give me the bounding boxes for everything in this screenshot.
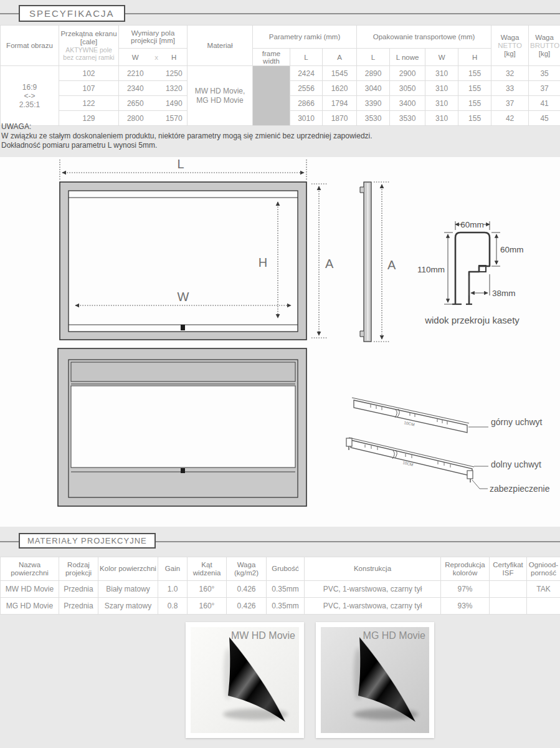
- cell-pkg-H: 155: [458, 111, 491, 126]
- cassette-cross-section-diagram: 60mm 60mm 110mm 38mm widok przekroju kas…: [417, 220, 524, 325]
- material-line1: MW HD Movie,: [189, 87, 251, 96]
- brutto-unit: [kg]: [530, 50, 559, 58]
- material-photo-mw: MW HD Movie: [191, 627, 299, 733]
- cell-netto: 33: [491, 81, 529, 96]
- brutto-label: BRUTTO: [530, 42, 559, 50]
- handle-dot: [181, 468, 185, 473]
- cell-brutto: 45: [529, 111, 560, 126]
- cell-pkg-W: 310: [425, 96, 458, 111]
- netto-label: NETTO: [493, 42, 527, 50]
- subheader-h: H: [161, 49, 187, 66]
- bracket-scale-label: 10CM: [404, 420, 415, 427]
- handle-dot: [181, 325, 185, 330]
- subheader-L: L: [290, 49, 323, 66]
- mat-cell-reproduction: 93%: [441, 598, 490, 615]
- mat-col-viewing-angle: Kąt widzenia: [187, 557, 227, 581]
- materials-header-row: Nazwa powierzchni Rodzaj projekcji Kolor…: [1, 557, 560, 581]
- mat-cell-color: Biały matowy: [98, 581, 158, 598]
- cell-pkg-L: 3040: [357, 81, 390, 96]
- sample-card-mw: MW HD Movie: [186, 622, 304, 738]
- subheader-pkg-Lnew: L nowe: [390, 49, 425, 66]
- dim-label-A2: A: [387, 258, 396, 272]
- cell-pkg-Lnew: 2900: [390, 66, 425, 81]
- mat-cell-gain: 0.8: [158, 598, 187, 615]
- page-curl-graphic: [191, 627, 299, 733]
- materials-title: MATERIAŁY PROJEKCYJNE: [19, 533, 156, 549]
- spec-table: Format obrazu Przekątna ekranu [cale] AK…: [0, 25, 560, 126]
- spec-section-header: SPECYFIKACJA: [0, 5, 560, 24]
- cross-dim-left: 110mm: [417, 265, 445, 274]
- mat-col-gain: Gain: [158, 557, 187, 581]
- note-title: UWAGA:: [1, 122, 373, 132]
- cell-A: 1794: [323, 96, 357, 111]
- cell-w: 2650: [119, 96, 152, 111]
- cell-A: 1545: [323, 66, 357, 81]
- cell-diagonal: 122: [59, 96, 119, 111]
- mat-cell-isf: [490, 598, 527, 615]
- lower-bracket-diagram: 10CM dolny uchwyt zabezpieczenie: [346, 438, 550, 494]
- note-block: UWAGA: W związku ze stałym doskonaleniem…: [1, 122, 373, 150]
- col-header-format: Format obrazu: [1, 26, 59, 66]
- cell-diagonal: 102: [59, 66, 119, 81]
- screen-retracted-view-diagram: [58, 348, 306, 506]
- cell-brutto: 37: [529, 81, 560, 96]
- material-label: MW HD Movie: [231, 630, 295, 641]
- cross-dim-top: 60mm: [460, 220, 484, 229]
- dim-label-H: H: [259, 256, 267, 269]
- mat-cell-name: MG HD Movie: [1, 598, 59, 615]
- cell-pkg-H: 155: [458, 96, 491, 111]
- mat-cell-projection: Przednia: [59, 598, 98, 615]
- col-header-frame-params: Parametry ramki (mm): [253, 26, 357, 49]
- cell-h: 1250: [161, 66, 187, 81]
- mat-cell-projection: Przednia: [59, 581, 98, 598]
- note-line2: Dokładność pomiaru parametru L wynosi 5m…: [1, 141, 373, 150]
- upper-bracket-diagram: 10CM górny uchwyt: [352, 398, 543, 433]
- subheader-w: W: [119, 49, 152, 66]
- mat-cell-angle: 160°: [187, 598, 227, 615]
- mat-cell-weight: 0.426: [227, 581, 267, 598]
- cell-pkg-Lnew: 3530: [390, 111, 425, 126]
- mat-cell-weight: 0.426: [227, 598, 267, 615]
- cell-x-spacer: [152, 96, 161, 111]
- mat-cell-thickness: 0.35mm: [267, 581, 305, 598]
- material-photo-mg: MG HD Movie: [321, 627, 429, 733]
- format-line1: 16:9: [2, 83, 57, 92]
- subheader-x: x: [152, 49, 161, 66]
- mat-cell-fire: [527, 598, 560, 615]
- cross-dim-bottom: 38mm: [492, 289, 516, 298]
- format-line2: <->: [2, 92, 57, 100]
- subheader-pkg-H: H: [458, 49, 491, 66]
- safety-clip-left: [346, 438, 352, 446]
- cell-pkg-W: 310: [425, 111, 458, 126]
- spec-title: SPECYFIKACJA: [19, 5, 125, 22]
- col-header-projection: Wymiary pola projekcji [mm]: [119, 26, 187, 49]
- upper-bracket-label: górny uchwyt: [491, 417, 543, 427]
- material-label: MG HD Movie: [363, 630, 425, 641]
- spec-sheet-page: SPECYFIKACJA Format obrazu Przekątna ekr…: [0, 0, 560, 748]
- cell-pkg-L: 3390: [357, 96, 390, 111]
- cell-netto: 37: [491, 96, 529, 111]
- cell-pkg-Lnew: 3050: [390, 81, 425, 96]
- cell-x-spacer: [152, 81, 161, 96]
- netto-unit: [kg]: [493, 50, 527, 58]
- cell-L: 2866: [290, 96, 323, 111]
- cell-L: 2424: [290, 66, 323, 81]
- mat-cell-color: Szary matowy: [98, 598, 158, 615]
- brutto-word: Waga: [530, 34, 559, 42]
- cell-pkg-L: 2890: [357, 66, 390, 81]
- subheader-frame-width: frame width: [253, 49, 290, 66]
- netto-word: Waga: [493, 34, 527, 42]
- sample-card-mg: MG HD Movie: [316, 622, 434, 738]
- subheader-pkg-L: L: [357, 49, 390, 66]
- mat-col-construction: Konstrukcja: [305, 557, 441, 581]
- screen-front-view-diagram: L H W A: [60, 157, 334, 340]
- mat-col-thickness: Grubość: [267, 557, 305, 581]
- mat-cell-thickness: 0.35mm: [267, 598, 305, 615]
- material-line2: MG HD Movie: [189, 96, 251, 105]
- mat-cell-angle: 160°: [187, 581, 227, 598]
- mat-col-weight: Waga (kg/m2): [227, 557, 267, 581]
- lower-bracket-label: dolny uchwyt: [491, 459, 541, 469]
- materials-row: MG HD Movie Przednia Szary matowy 0.8 16…: [1, 598, 560, 615]
- mat-cell-construction: PVC, 1-warstwowa, czarny tył: [305, 581, 441, 598]
- cell-pkg-Lnew: 3400: [390, 96, 425, 111]
